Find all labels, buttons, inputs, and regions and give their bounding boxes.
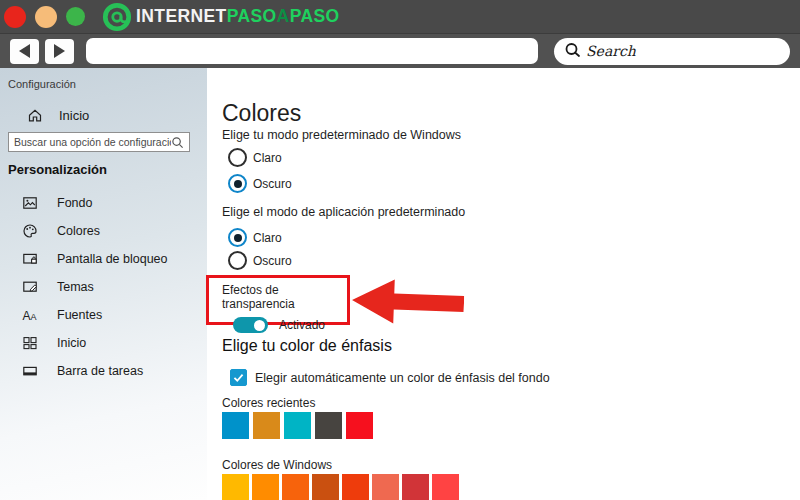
minimize-window-button[interactable] bbox=[35, 6, 57, 28]
search-label: Search bbox=[586, 43, 636, 59]
color-swatch[interactable] bbox=[222, 412, 249, 439]
color-swatch[interactable] bbox=[346, 412, 373, 439]
radio-windows-mode-oscuro[interactable]: Oscuro bbox=[222, 174, 800, 193]
forward-arrow-icon bbox=[54, 44, 65, 58]
address-bar[interactable] bbox=[86, 38, 538, 64]
auto-accent-checkbox-row[interactable]: Elegir automáticamente un color de énfas… bbox=[222, 369, 800, 386]
radio-button bbox=[228, 148, 247, 167]
logo-text: INTERNETPASOAPASO bbox=[136, 6, 340, 27]
color-swatch[interactable] bbox=[315, 412, 342, 439]
site-logo: INTERNETPASOAPASO bbox=[102, 2, 340, 32]
sidebar-item-home[interactable]: Inicio bbox=[0, 107, 207, 123]
radio-app-mode-oscuro[interactable]: Oscuro bbox=[222, 251, 800, 270]
transparency-toggle[interactable] bbox=[233, 317, 268, 333]
sidebar-item-barra-de-tareas[interactable]: Barra de tareas bbox=[0, 357, 207, 385]
sidebar-item-colores[interactable]: Colores bbox=[0, 217, 207, 245]
radio-windows-mode-claro[interactable]: Claro bbox=[222, 148, 800, 167]
color-swatch[interactable] bbox=[402, 474, 429, 500]
radio-button bbox=[228, 251, 247, 270]
color-swatch[interactable] bbox=[312, 474, 339, 500]
forward-button[interactable] bbox=[45, 39, 74, 64]
taskbar-icon bbox=[22, 363, 38, 379]
red-arrow-annotation bbox=[351, 275, 465, 329]
color-swatch[interactable] bbox=[372, 474, 399, 500]
color-swatch[interactable] bbox=[222, 474, 249, 500]
sidebar-item-pantalla-de-bloqueo[interactable]: Pantalla de bloqueo bbox=[0, 245, 207, 273]
maximize-window-button[interactable] bbox=[66, 7, 85, 26]
sidebar-item-fuentes[interactable]: A A Fuentes bbox=[0, 301, 207, 329]
svg-text:A: A bbox=[23, 309, 31, 323]
theme-brush-icon bbox=[22, 279, 38, 295]
recent-colors-label: Colores recientes bbox=[222, 396, 800, 410]
search-icon bbox=[564, 42, 582, 60]
radio-button bbox=[228, 228, 247, 247]
settings-app-title: Configuración bbox=[0, 68, 207, 90]
windows-mode-label: Elige tu modo predeterminado de Windows bbox=[222, 128, 800, 143]
logo-at-icon bbox=[102, 2, 132, 32]
sidebar-item-temas[interactable]: Temas bbox=[0, 273, 207, 301]
browser-search-box[interactable]: Search bbox=[554, 38, 790, 65]
lock-screen-icon bbox=[22, 251, 38, 267]
transparency-highlight-box: Efectos de transparencia Activado bbox=[206, 275, 350, 325]
accent-color-title: Elige tu color de énfasis bbox=[222, 337, 800, 355]
colores-settings-panel: Colores Elige tu modo predeterminado de … bbox=[207, 68, 800, 500]
sidebar-nav: Fondo Colores Pantalla de bloqueo bbox=[0, 189, 207, 385]
toggle-knob bbox=[254, 320, 265, 331]
windows-colors-label: Colores de Windows bbox=[222, 458, 800, 472]
fonts-icon: A A bbox=[22, 307, 38, 323]
close-window-button[interactable] bbox=[4, 6, 26, 28]
sidebar-item-fondo[interactable]: Fondo bbox=[0, 189, 207, 217]
browser-titlebar: INTERNETPASOAPASO bbox=[0, 0, 800, 33]
transparency-toggle-row[interactable]: Activado bbox=[222, 317, 347, 333]
recent-colors-row bbox=[222, 412, 800, 439]
transparency-status: Activado bbox=[279, 318, 325, 332]
back-arrow-icon bbox=[19, 44, 30, 58]
start-tiles-icon bbox=[22, 335, 38, 351]
svg-text:A: A bbox=[31, 312, 37, 322]
palette-icon bbox=[22, 223, 38, 239]
radio-app-mode-claro[interactable]: Claro bbox=[222, 228, 800, 247]
back-button[interactable] bbox=[10, 39, 39, 64]
settings-search-input[interactable]: Buscar una opción de configuración bbox=[8, 132, 190, 152]
image-icon bbox=[22, 195, 38, 211]
sidebar-section-title: Personalización bbox=[0, 162, 207, 177]
page-title: Colores bbox=[222, 101, 800, 126]
color-swatch[interactable] bbox=[432, 474, 459, 500]
app-mode-label: Elige el modo de aplicación predetermina… bbox=[222, 205, 800, 220]
home-icon bbox=[27, 107, 43, 123]
color-swatch[interactable] bbox=[282, 474, 309, 500]
color-swatch[interactable] bbox=[284, 412, 311, 439]
transparency-label: Efectos de transparencia bbox=[222, 283, 347, 311]
browser-navbar: Search bbox=[0, 33, 800, 68]
settings-sidebar: Configuración Inicio Buscar una opción d… bbox=[0, 68, 207, 500]
color-swatch[interactable] bbox=[252, 474, 279, 500]
checkbox bbox=[230, 369, 247, 386]
checkmark-icon bbox=[232, 371, 245, 384]
screenshot-root: INTERNETPASOAPASO Search Configuración I… bbox=[0, 0, 800, 500]
color-swatch[interactable] bbox=[253, 412, 280, 439]
sidebar-item-inicio-start[interactable]: Inicio bbox=[0, 329, 207, 357]
search-icon bbox=[171, 136, 184, 149]
windows-colors-row bbox=[222, 474, 800, 500]
color-swatch[interactable] bbox=[342, 474, 369, 500]
radio-button bbox=[228, 174, 247, 193]
